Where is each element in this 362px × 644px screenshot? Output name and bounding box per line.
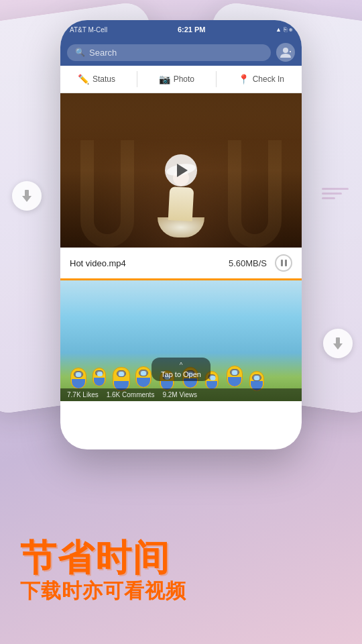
checkin-action[interactable]: 📍 Check In [238, 74, 284, 85]
status-icons: ▲ ⎘ ⎈ [276, 26, 292, 33]
svg-marker-1 [22, 196, 32, 202]
download-arrow-right[interactable] [323, 329, 353, 358]
comments-count: 1.6K Comments [107, 391, 155, 398]
dancer-video[interactable] [60, 93, 302, 248]
dancer-scene [60, 93, 302, 248]
checkin-icon: 📍 [238, 74, 249, 85]
deco-line-2 [322, 193, 342, 195]
status-action[interactable]: ✏️ Status [78, 74, 115, 85]
facebook-action-bar: ✏️ Status 📷 Photo 📍 Check In [60, 66, 302, 93]
divider-1 [137, 71, 137, 87]
download-arrow-left[interactable] [12, 181, 42, 211]
pause-line-1 [281, 260, 283, 266]
svg-marker-3 [333, 343, 343, 350]
signal-icon: ▲ [276, 26, 282, 33]
time-label: 6:21 PM [178, 25, 206, 34]
status-icon: ✏️ [78, 74, 89, 85]
minions-background: ^ Tap to Open [60, 280, 302, 401]
bluetooth-icon: ⎈ [289, 26, 292, 33]
download-icon-left [19, 189, 34, 203]
checkin-label: Check In [253, 74, 284, 84]
photo-label: Photo [174, 74, 194, 84]
deco-line-3 [322, 197, 335, 199]
download-icon-right [330, 336, 345, 351]
minions-video[interactable]: ^ Tap to Open 7.7K Likes 1.6K Comments 9… [60, 280, 302, 401]
download-progress-bar: Hot video.mp4 5.60MB/S [60, 248, 302, 280]
decorative-lines [322, 188, 349, 199]
likes-count: 7.7K Likes [67, 391, 99, 398]
search-input-container[interactable]: 🔍 Search [67, 44, 271, 61]
avatar-icon [280, 46, 292, 58]
minion-3 [113, 367, 130, 391]
minion-1 [70, 368, 86, 389]
tap-to-open-overlay[interactable]: ^ Tap to Open [152, 358, 210, 381]
download-speed-label: 5.60MB/S [229, 258, 267, 268]
deco-line-1 [322, 188, 349, 190]
minion-2 [93, 368, 106, 386]
app-screen: AT&T M-Cell 6:21 PM ▲ ⎘ ⎈ 🔍 Search [0, 0, 362, 644]
facebook-search-bar: 🔍 Search [60, 39, 302, 66]
tap-label: Tap to Open [161, 370, 201, 378]
divider-2 [216, 71, 217, 87]
minion-8 [227, 366, 243, 387]
chinese-subtitle: 下载时亦可看视频 [20, 578, 342, 604]
avatar[interactable] [276, 43, 295, 62]
dancer-body [168, 186, 194, 221]
wifi-icon: ⎘ [284, 26, 287, 33]
bottom-text-section: 节省时间 下载时亦可看视频 [0, 525, 362, 617]
pause-button[interactable] [275, 254, 292, 272]
chevron-up-icon: ^ [161, 360, 201, 370]
status-label: Status [93, 74, 115, 84]
svg-point-4 [283, 48, 288, 53]
carrier-label: AT&T M-Cell [70, 26, 107, 34]
play-triangle-icon [177, 164, 188, 177]
main-phone: AT&T M-Cell 6:21 PM ▲ ⎘ ⎈ 🔍 Search [60, 20, 302, 449]
file-name-label: Hot video.mp4 [70, 258, 126, 268]
status-bar: AT&T M-Cell 6:21 PM ▲ ⎘ ⎈ [60, 20, 302, 39]
chinese-title: 节省时间 [20, 538, 342, 578]
search-placeholder-text: Search [89, 48, 117, 58]
photo-action[interactable]: 📷 Photo [159, 74, 194, 85]
search-icon: 🔍 [75, 48, 85, 57]
play-button[interactable] [165, 154, 197, 186]
photo-icon: 📷 [159, 74, 170, 85]
views-count: 9.2M Views [162, 391, 197, 398]
minion-4 [135, 366, 152, 388]
pause-line-2 [285, 260, 287, 266]
video-stats-bar: 7.7K Likes 1.6K Comments 9.2M Views [60, 388, 302, 401]
